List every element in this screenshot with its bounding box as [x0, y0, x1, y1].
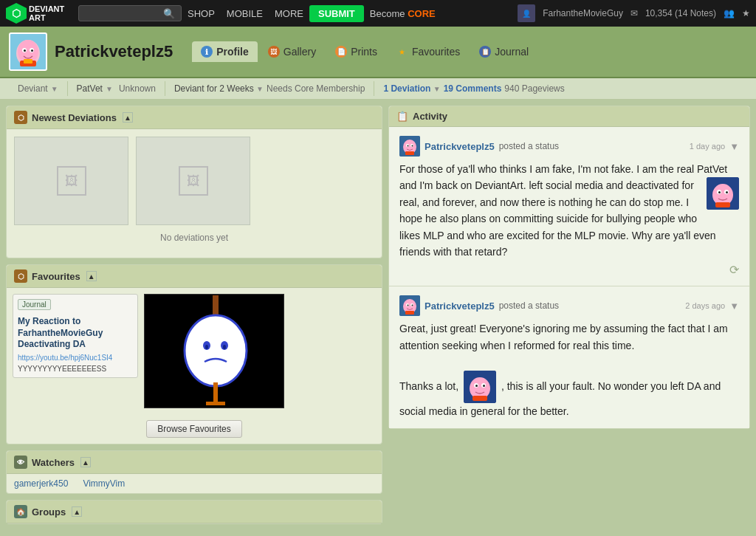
submit-button[interactable]: SUBMIT — [309, 5, 364, 22]
fav-badge: Journal — [18, 299, 51, 310]
meta-deviations[interactable]: 1 Deviation — [383, 83, 430, 94]
watchers-section: 👁 Watchers ▲ gamerjerk450 VimmyVim — [6, 450, 382, 494]
nav-mobile[interactable]: MOBILE — [227, 8, 263, 19]
fav-image[interactable] — [144, 294, 284, 408]
notification-count[interactable]: 10,354 (14 Notes) — [645, 8, 716, 18]
post-2-header: Patrickveteplz5 posted a status 2 days a… — [399, 295, 739, 316]
become-text: Become — [370, 8, 408, 19]
post-2-avatar[interactable] — [399, 295, 420, 316]
svg-rect-30 — [715, 202, 730, 207]
core-text: CORE — [408, 8, 436, 19]
user-avatar[interactable]: 👤 — [518, 4, 535, 22]
post-2-text-2: Thanks a lot, — [399, 379, 461, 391]
fav-expand-btn[interactable]: ▲ — [86, 271, 97, 281]
tab-gallery[interactable]: 🖼 Gallery — [259, 41, 325, 62]
tab-prints-label: Prints — [351, 46, 377, 58]
post-2-inline-avatar-img — [464, 371, 496, 403]
tab-favourites[interactable]: ★ Favourites — [388, 41, 469, 62]
activity-post-1: Patrickveteplz5 posted a status 1 day ag… — [389, 127, 749, 286]
search-box[interactable]: 🔍 — [78, 5, 182, 21]
svg-rect-15 — [213, 382, 218, 405]
left-column: ⬡ Newest Deviations ▲ 🖼 🖼 No deviations … — [6, 106, 382, 530]
post-2-action: posted a status — [499, 300, 559, 311]
tab-prints[interactable]: 📄 Prints — [326, 41, 386, 62]
groups-icon: 🏠 — [14, 505, 27, 518]
user-meta-bar: Deviant ▼ PatVet ▼ Unknown Deviant for 2… — [0, 78, 756, 100]
meta-pageviews: 940 Pageviews — [504, 83, 564, 94]
meta-time-label: Deviant for 2 Weeks — [174, 83, 254, 94]
svg-point-21 — [408, 145, 409, 147]
watcher-2[interactable]: VimmyVim — [83, 478, 125, 489]
star-icon[interactable]: ★ — [742, 8, 750, 18]
tab-profile[interactable]: ℹ Profile — [192, 41, 258, 62]
meta-deviant-label: Deviant — [18, 83, 48, 94]
favourites-tab-icon: ★ — [396, 46, 408, 58]
tab-profile-label: Profile — [216, 46, 249, 58]
avatar-image — [10, 34, 46, 69]
svg-point-5 — [31, 49, 33, 52]
right-column: 📋 Activity — [388, 106, 750, 530]
browse-favourites-area: Browse Favourites — [7, 414, 382, 444]
profile-tab-icon: ℹ — [201, 46, 213, 58]
post-1-arrow[interactable]: ▼ — [729, 141, 739, 152]
dev-thumb-2[interactable]: 🖼 — [136, 137, 250, 225]
nav-right: 👤 FarhantheMovieGuy ✉ 10,354 (14 Notes) … — [518, 4, 750, 22]
profile-avatar[interactable] — [9, 32, 47, 71]
newest-deviations-header: ⬡ Newest Deviations ▲ — [7, 106, 382, 129]
svg-rect-44 — [472, 396, 487, 401]
post-1-action: posted a status — [499, 141, 559, 151]
svg-rect-37 — [405, 311, 414, 315]
post-2-avatar-img — [399, 295, 420, 316]
retweet-icon[interactable]: ⟳ — [729, 263, 739, 277]
nav-links: SHOP MOBILE MORE — [188, 8, 303, 19]
tab-journal[interactable]: 📋 Journal — [470, 41, 537, 62]
fav-url[interactable]: https://youtu.be/hpj6Nuc1SI4 — [18, 354, 133, 362]
thumb-placeholder-2: 🖼 — [179, 166, 208, 196]
favourites-content: Journal My Reaction to FarhantheMovieGuy… — [7, 288, 382, 414]
activity-header: 📋 Activity — [389, 106, 749, 127]
tab-journal-label: Journal — [495, 46, 529, 58]
post-2-arrow[interactable]: ▼ — [729, 300, 739, 312]
meta-stats-arrow[interactable]: ▼ — [433, 85, 441, 93]
activity-icon: 📋 — [396, 111, 408, 122]
search-input[interactable] — [82, 8, 163, 18]
meta-stats: 1 Deviation ▼ 19 Comments 940 Pageviews — [374, 81, 573, 96]
post-1-avatar[interactable] — [399, 136, 420, 157]
top-navigation: ⬡ DEVIANTART 🔍 SHOP MOBILE MORE SUBMIT B… — [0, 0, 756, 27]
meta-deviant-arrow[interactable]: ▼ — [51, 85, 58, 93]
meta-comments[interactable]: 19 Comments — [444, 83, 502, 94]
people-icon[interactable]: 👥 — [724, 8, 735, 18]
watchers-icon: 👁 — [14, 456, 27, 469]
svg-point-14 — [223, 345, 226, 349]
site-logo[interactable]: ⬡ DEVIANTART — [6, 3, 72, 24]
svg-point-42 — [475, 385, 478, 387]
post-1-body: For those of ya'll who thinks I am fake,… — [399, 161, 739, 260]
groups-header: 🏠 Groups ▲ — [7, 501, 382, 523]
search-icon: 🔍 — [163, 8, 175, 19]
post-1-username[interactable]: Patrickveteplz5 — [425, 141, 495, 152]
svg-point-43 — [483, 385, 485, 387]
post-2-username[interactable]: Patrickveteplz5 — [425, 300, 495, 312]
prints-tab-icon: 📄 — [335, 46, 347, 58]
section-expand-btn[interactable]: ▲ — [123, 112, 133, 123]
watchers-expand-btn[interactable]: ▲ — [80, 457, 91, 467]
meta-needs-core: Needs Core Membership — [267, 83, 365, 94]
activity-title: Activity — [413, 111, 447, 122]
meta-patvet-arrow[interactable]: ▼ — [106, 85, 113, 93]
meta-time-arrow[interactable]: ▼ — [256, 85, 264, 93]
post-2-body: Great, just great! Everyone's ignoring m… — [399, 320, 739, 419]
fav-extra: YYYYYYYYYEEEEEEESS — [18, 365, 133, 373]
svg-rect-16 — [206, 402, 225, 405]
nav-more[interactable]: MORE — [275, 8, 303, 19]
nav-shop[interactable]: SHOP — [188, 8, 215, 19]
watcher-1[interactable]: gamerjerk450 — [14, 478, 68, 489]
groups-expand-btn[interactable]: ▲ — [72, 506, 82, 517]
dev-thumb-1[interactable]: 🖼 — [14, 137, 128, 225]
core-button[interactable]: Become CORE — [370, 8, 436, 19]
username-display[interactable]: FarhantheMovieGuy — [543, 8, 623, 18]
svg-point-36 — [412, 305, 413, 306]
fav-title: My Reaction to FarhantheMovieGuy Deactiv… — [18, 316, 133, 351]
main-content: ⬡ Newest Deviations ▲ 🖼 🖼 No deviations … — [0, 100, 756, 536]
fav-journal-card[interactable]: Journal My Reaction to FarhantheMovieGuy… — [13, 294, 138, 378]
browse-favourites-button[interactable]: Browse Favourites — [146, 420, 241, 438]
